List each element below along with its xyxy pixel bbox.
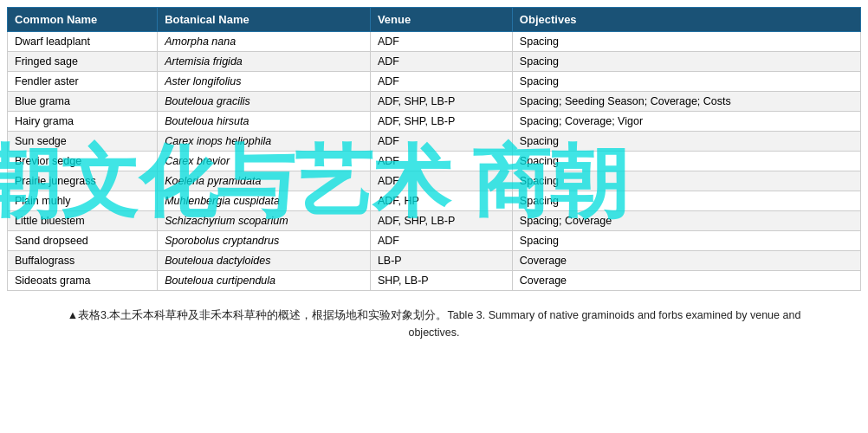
caption-text-cn: 表格3.本土禾本科草种及非禾本科草种的概述，根据场地和实验对象划分。 [78,309,447,321]
table-cell: Brevior sedge [8,152,158,171]
table-cell: Bouteloua curtipendula [158,271,371,291]
table-cell: Sideoats grama [8,271,158,291]
table-cell: ADF [370,171,512,191]
table-cell: Bouteloua hirsuta [158,112,371,132]
table-header-row: Common Name Botanical Name Venue Objecti… [8,8,861,32]
table-cell: Spacing [512,72,860,92]
table-cell: Buffalograss [8,251,158,271]
table-cell: Spacing [512,231,860,251]
table-cell: Plain muhly [8,191,158,211]
table-cell: Sporobolus cryptandrus [158,231,371,251]
table-cell: Muhlenbergia cuspidata [158,191,371,211]
caption-text-en: Table 3. Summary of native graminoids an… [408,309,800,339]
table-cell: LB-P [370,251,512,271]
table-cell: ADF, HP [370,191,512,211]
table-row: Prairie junegrassKoeleria pyramidataADFS… [8,171,861,191]
table-cell: Spacing; Seeding Season; Coverage; Costs [512,92,860,112]
table-cell: Fringed sage [8,52,158,72]
table-row: Hairy gramaBouteloua hirsutaADF, SHP, LB… [8,112,861,132]
table-row: Fendler asterAster longifoliusADFSpacing [8,72,861,92]
table-cell: Carex inops heliophila [158,132,371,152]
table-row: Brevior sedgeCarex breviorADFSpacing [8,152,861,171]
table-cell: Aster longifolius [158,72,371,92]
table-cell: Schizachyrium scoparium [158,211,371,231]
table-cell: ADF [370,72,512,92]
table-row: Sun sedgeCarex inops heliophilaADFSpacin… [8,132,861,152]
table-cell: Carex brevior [158,152,371,171]
col-venue: Venue [370,8,512,32]
table-cell: Spacing [512,171,860,191]
table-cell: Hairy grama [8,112,158,132]
caption-triangle: ▲ [68,309,78,321]
table-row: Sideoats gramaBouteloua curtipendulaSHP,… [8,271,861,291]
table-body: Dwarf leadplantAmorpha nanaADFSpacingFri… [8,32,861,291]
caption-area: ▲表格3.本土禾本科草种及非禾本科草种的概述，根据场地和实验对象划分。Table… [0,307,868,350]
table-cell: Dwarf leadplant [8,32,158,52]
table-cell: ADF [370,52,512,72]
table-cell: Amorpha nana [158,32,371,52]
table-row: Plain muhlyMuhlenbergia cuspidataADF, HP… [8,191,861,211]
table-cell: Spacing [512,32,860,52]
table-row: BuffalograssBouteloua dactyloidesLB-PCov… [8,251,861,271]
table-cell: Bouteloua dactyloides [158,251,371,271]
table-cell: ADF [370,132,512,152]
table-cell: ADF [370,152,512,171]
table-row: Blue gramaBouteloua gracilisADF, SHP, LB… [8,92,861,112]
table-cell: Sand dropseed [8,231,158,251]
table-cell: ADF, SHP, LB-P [370,211,512,231]
table-row: Sand dropseedSporobolus cryptandrusADFSp… [8,231,861,251]
table-cell: SHP, LB-P [370,271,512,291]
table-cell: Bouteloua gracilis [158,92,371,112]
table-cell: ADF [370,32,512,52]
table-cell: Spacing [512,191,860,211]
table-cell: Spacing [512,52,860,72]
table-cell: Koeleria pyramidata [158,171,371,191]
table-cell: Little bluestem [8,211,158,231]
data-table: Common Name Botanical Name Venue Objecti… [7,7,861,291]
table-row: Dwarf leadplantAmorpha nanaADFSpacing [8,32,861,52]
col-botanical-name: Botanical Name [158,8,371,32]
col-objectives: Objectives [512,8,860,32]
table-cell: Prairie junegrass [8,171,158,191]
table-cell: Spacing; Coverage; Vigor [512,112,860,132]
table-cell: ADF [370,231,512,251]
table-cell: Artemisia frigida [158,52,371,72]
table-row: Little bluestemSchizachyrium scopariumAD… [8,211,861,231]
table-container: Common Name Botanical Name Venue Objecti… [0,0,868,291]
table-cell: Spacing [512,132,860,152]
table-row: Fringed sageArtemisia frigidaADFSpacing [8,52,861,72]
table-cell: ADF, SHP, LB-P [370,112,512,132]
table-cell: Spacing [512,152,860,171]
col-common-name: Common Name [8,8,158,32]
table-cell: Blue grama [8,92,158,112]
table-cell: Fendler aster [8,72,158,92]
table-cell: Coverage [512,251,860,271]
table-cell: Spacing; Coverage [512,211,860,231]
table-cell: ADF, SHP, LB-P [370,92,512,112]
table-cell: Coverage [512,271,860,291]
table-cell: Sun sedge [8,132,158,152]
